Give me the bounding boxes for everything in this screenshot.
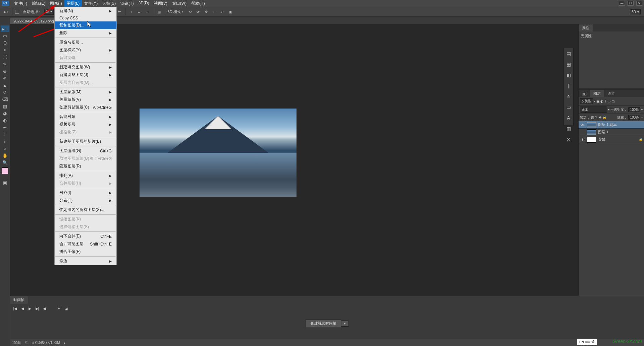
tl-transition-icon[interactable]: ◢ xyxy=(64,306,68,311)
menu-item-合并可见图层[interactable]: 合并可见图层Shift+Ctrl+E xyxy=(55,240,116,248)
path-select-tool[interactable]: ▹ xyxy=(1,138,9,145)
history-brush-tool[interactable]: ↺ xyxy=(1,89,9,95)
menu-item-排列A[interactable]: 排列(A)▶ xyxy=(55,172,116,180)
styles-icon[interactable]: ▥ xyxy=(565,126,572,131)
tl-next-icon[interactable]: ▶| xyxy=(35,306,40,311)
zoom-3d-icon[interactable]: ⊙ xyxy=(219,9,225,15)
right-workspace-combo[interactable]: 3D ▾ xyxy=(630,9,641,14)
healing-tool[interactable]: ⊕ xyxy=(1,68,9,74)
menu-帮助[interactable]: 帮助(H) xyxy=(189,0,207,7)
orbit-3d-icon[interactable]: ⟲ xyxy=(187,9,193,15)
zoom-arrow-icon[interactable]: ⇱ xyxy=(25,341,28,345)
menu-item-CopyCSS[interactable]: Copy CSS xyxy=(55,15,116,21)
menu-item-新建调整图层J[interactable]: 新建调整图层(J)▶ xyxy=(55,71,116,79)
menu-item-重命名图层[interactable]: 重命名图层... xyxy=(55,39,116,46)
tl-first-icon[interactable]: |◀ xyxy=(13,306,17,311)
blur-tool[interactable]: ◕ xyxy=(1,110,9,117)
gradient-tool[interactable]: ▤ xyxy=(1,103,9,110)
menu-3d[interactable]: 3D(D) xyxy=(136,0,152,7)
foreground-color-swatch[interactable] xyxy=(2,167,8,174)
adjustments-icon[interactable]: ≚ xyxy=(565,94,572,99)
menu-视图[interactable]: 视图(V) xyxy=(152,0,170,7)
visibility-toggle[interactable]: 👁 xyxy=(580,123,585,127)
status-arrow-icon[interactable]: ▸ xyxy=(64,341,66,345)
menu-item-智能对象[interactable]: 智能对象▶ xyxy=(55,113,116,121)
brush-preset-icon[interactable]: ‖ xyxy=(565,83,572,88)
menu-item-视频图层[interactable]: 视频图层▶ xyxy=(55,121,116,128)
distribute-v-icon[interactable]: ⫠ xyxy=(136,9,142,15)
tab-layers[interactable]: 图层 xyxy=(590,90,604,97)
lock-all-icon[interactable]: 🔒 xyxy=(602,116,606,119)
menu-item-新建N[interactable]: 新建(N)▶ xyxy=(55,7,116,15)
tab-channels[interactable]: 通道 xyxy=(604,90,618,97)
menu-item-隐藏图层R[interactable]: 隐藏图层(R) xyxy=(55,162,116,170)
dodge-tool[interactable]: ◐ xyxy=(1,117,9,124)
menu-item-对齐I[interactable]: 对齐(I)▶ xyxy=(55,189,116,197)
blend-mode-combo[interactable]: 正常 xyxy=(580,107,607,113)
menu-item-新建基于图层的切片B[interactable]: 新建基于图层的切片(B) xyxy=(55,138,116,145)
brush-tool[interactable]: ✐ xyxy=(1,75,9,81)
menu-item-创建剪贴蒙版C[interactable]: 创建剪贴蒙版(C)Alt+Ctrl+G xyxy=(55,103,116,111)
menu-滤镜[interactable]: 滤镜(T) xyxy=(118,0,136,7)
lock-transparency-icon[interactable]: ▨ xyxy=(591,116,594,119)
menu-item-图层编组G[interactable]: 图层编组(G)Ctrl+G xyxy=(55,147,116,155)
maximize-button[interactable]: ❐ xyxy=(628,1,634,6)
eraser-tool[interactable]: ⌫ xyxy=(1,96,9,102)
menu-item-新建填充图层W[interactable]: 新建填充图层(W)▶ xyxy=(55,63,116,71)
tl-cut-icon[interactable]: ✂ xyxy=(56,306,61,311)
opacity-value[interactable]: 100% xyxy=(628,107,640,112)
menu-item-锁定组内的所有图层X[interactable]: 锁定组内的所有图层(X)... xyxy=(55,206,116,214)
tab-properties[interactable]: 属性 xyxy=(579,24,593,31)
paragraph-icon[interactable]: ▭ xyxy=(565,105,572,110)
tl-play-icon[interactable]: ▶ xyxy=(28,306,32,311)
hand-tool[interactable]: ✋ xyxy=(1,152,9,159)
menu-item-复制图层D[interactable]: 复制图层(D)... xyxy=(55,21,116,29)
slide-3d-icon[interactable]: ↔ xyxy=(211,9,217,15)
roll-3d-icon[interactable]: ⟳ xyxy=(195,9,201,15)
swatches-icon[interactable]: ▦ xyxy=(565,62,572,67)
filter-adj-icon[interactable]: ◐ xyxy=(600,99,603,103)
menu-item-图层蒙版M[interactable]: 图层蒙版(M)▶ xyxy=(55,88,116,96)
fill-value[interactable]: 100% xyxy=(628,115,640,120)
pen-tool[interactable]: ✒ xyxy=(1,124,9,131)
create-timeline-dropdown[interactable]: ▼ xyxy=(341,321,349,327)
eyedropper-tool[interactable]: ✎ xyxy=(1,61,9,67)
color-icon[interactable]: ◧ xyxy=(565,72,572,78)
ime-indicator[interactable]: EN ⌨ 简 xyxy=(577,339,597,345)
menu-窗口[interactable]: 窗口(W) xyxy=(170,0,189,7)
filter-smart-icon[interactable]: ▢ xyxy=(611,99,614,103)
tl-prev-icon[interactable]: ◀ xyxy=(20,306,25,311)
history-icon[interactable]: ▤ xyxy=(565,51,572,56)
zoom-tool[interactable]: 🔍 xyxy=(1,159,9,166)
crop-tool[interactable]: ⛶ xyxy=(1,54,9,60)
distribute-3-icon[interactable]: ⫤ xyxy=(144,9,150,15)
cross-icon[interactable]: ✕ xyxy=(565,137,572,142)
timeline-tab[interactable]: 时间轴 xyxy=(10,296,28,304)
filter-img-icon[interactable]: ▣ xyxy=(596,99,599,103)
shape-tool[interactable]: ○ xyxy=(1,145,9,152)
close-button[interactable]: ✕ xyxy=(636,1,642,6)
character-icon[interactable]: A xyxy=(565,115,572,121)
lock-position-icon[interactable]: ✥ xyxy=(599,116,601,119)
tl-last-icon[interactable]: ◀| xyxy=(42,306,47,311)
filter-type-icon[interactable]: T xyxy=(604,99,606,103)
zoom-value[interactable]: 100% xyxy=(12,341,21,345)
menu-item-删除[interactable]: 删除▶ xyxy=(55,29,116,37)
auto-align-icon[interactable]: ▦ xyxy=(156,9,162,15)
pan-3d-icon[interactable]: ✥ xyxy=(203,9,209,15)
layer-row[interactable]: 👁图层 1 副本 xyxy=(579,121,644,129)
tab-3d[interactable]: 3D xyxy=(579,91,590,97)
layer-row[interactable]: 👁背景🔒 xyxy=(579,136,644,143)
layer-filter-combo[interactable]: ϙ 类型 xyxy=(580,98,593,104)
quick-mask-toggle[interactable]: ▣ xyxy=(1,179,9,186)
lock-pixels-icon[interactable]: ✎ xyxy=(595,116,598,119)
distribute-h-icon[interactable]: ⫞ xyxy=(128,9,134,15)
type-tool[interactable]: T xyxy=(1,131,9,138)
layer-row[interactable]: 图层 1 xyxy=(579,129,644,136)
minimize-button[interactable]: — xyxy=(619,1,625,6)
filter-shape-icon[interactable]: ▭ xyxy=(607,99,610,103)
visibility-toggle[interactable]: 👁 xyxy=(580,138,585,142)
menu-item-拼合图像F[interactable]: 拼合图像(F) xyxy=(55,248,116,256)
create-video-timeline-button[interactable]: 创建视频时间轴 xyxy=(306,320,341,327)
stamp-tool[interactable]: ▲ xyxy=(1,82,9,88)
